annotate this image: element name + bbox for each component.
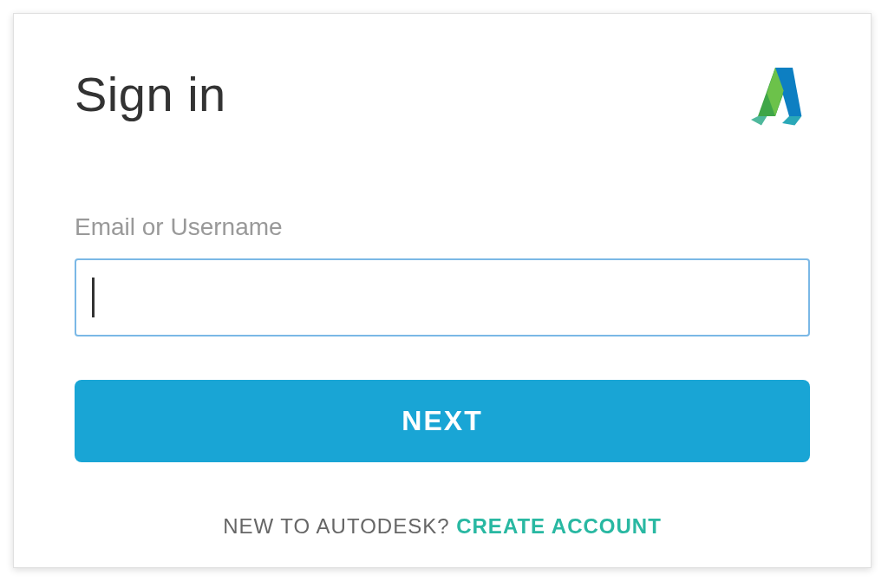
autodesk-logo-icon [741,57,810,127]
new-user-prompt: NEW TO AUTODESK? [223,514,456,538]
page-title: Sign in [75,66,226,122]
create-account-link[interactable]: CREATE ACCOUNT [456,514,662,538]
email-input-wrapper [75,258,810,336]
email-field-label: Email or Username [75,213,810,241]
next-button[interactable]: NEXT [75,380,810,462]
signin-card: Sign in Email or Username NEXT NEW TO AU… [13,13,872,568]
text-cursor-icon [92,278,95,317]
email-input[interactable] [75,258,810,336]
footer-text: NEW TO AUTODESK? CREATE ACCOUNT [75,514,810,539]
header-row: Sign in [75,66,810,127]
